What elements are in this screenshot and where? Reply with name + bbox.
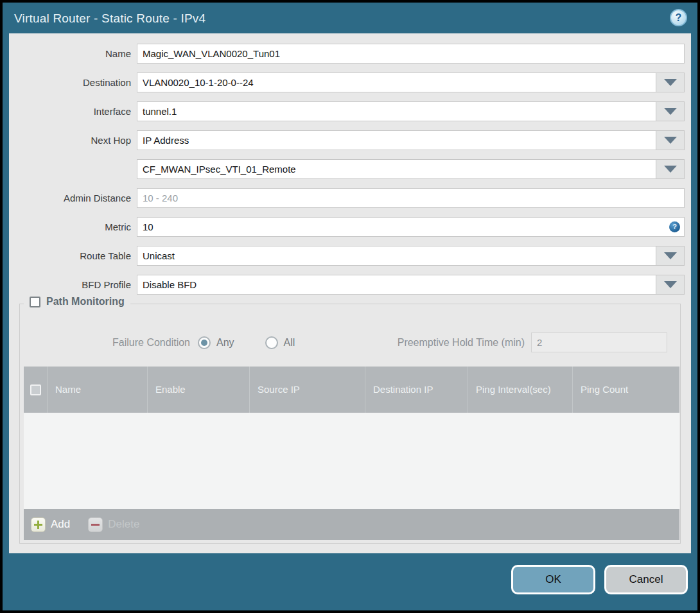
- table-header-row: Name Enable Source IP Destination IP Pin…: [24, 367, 679, 413]
- next-hop-row: Next Hop: [9, 130, 691, 150]
- column-header-ping-interval: Ping Interval(sec): [468, 367, 572, 413]
- name-input[interactable]: [137, 44, 685, 64]
- failure-condition-all-label: All: [284, 337, 295, 349]
- interface-input[interactable]: [137, 101, 656, 121]
- table-toolbar: Add Delete: [24, 509, 679, 540]
- next-hop-type-dropdown-button[interactable]: [656, 130, 685, 150]
- route-table-input[interactable]: [137, 246, 656, 266]
- preemptive-hold-time-label: Preemptive Hold Time (min): [398, 337, 525, 349]
- add-button-label: Add: [51, 518, 70, 531]
- next-hop-type-input[interactable]: [137, 130, 656, 150]
- minus-icon: [88, 517, 103, 532]
- chevron-down-icon: [664, 137, 677, 144]
- path-monitoring-section: Path Monitoring Failure Condition Any Al…: [19, 304, 681, 544]
- column-header-ping-count: Ping Count: [572, 367, 679, 413]
- metric-label: Metric: [9, 221, 137, 232]
- name-label: Name: [9, 48, 137, 59]
- metric-input[interactable]: [137, 217, 685, 237]
- chevron-down-icon: [664, 166, 677, 173]
- interface-dropdown-button[interactable]: [656, 101, 685, 121]
- path-monitoring-title: Path Monitoring: [46, 296, 125, 307]
- next-hop-address-dropdown-button[interactable]: [656, 159, 685, 179]
- preemptive-hold-time-input: [531, 332, 667, 352]
- cancel-button[interactable]: Cancel: [604, 565, 688, 594]
- column-header-enable: Enable: [147, 367, 249, 413]
- bfd-profile-dropdown-button[interactable]: [656, 275, 685, 295]
- admin-distance-input[interactable]: [137, 188, 685, 208]
- add-button[interactable]: Add: [31, 517, 70, 532]
- route-table-row: Route Table: [9, 246, 691, 266]
- destination-dropdown-button[interactable]: [656, 73, 685, 92]
- chevron-down-icon: [664, 108, 677, 115]
- delete-button: Delete: [88, 517, 139, 532]
- name-row: Name: [9, 44, 691, 64]
- destination-input[interactable]: [137, 73, 656, 92]
- next-hop-address-row: [9, 159, 691, 179]
- next-hop-label: Next Hop: [9, 135, 137, 146]
- table-body-empty: [24, 413, 679, 509]
- dialog-title: Virtual Router - Static Route - IPv4: [14, 3, 206, 35]
- failure-condition-any-label: Any: [216, 337, 234, 349]
- ok-button[interactable]: OK: [511, 565, 595, 594]
- select-all-checkbox: [30, 384, 41, 395]
- bfd-profile-label: BFD Profile: [9, 279, 137, 290]
- next-hop-address-input[interactable]: [137, 159, 656, 179]
- column-header-destination-ip: Destination IP: [365, 367, 468, 413]
- failure-condition-all-radio: [265, 336, 278, 349]
- plus-icon: [31, 517, 46, 532]
- interface-label: Interface: [9, 106, 137, 117]
- path-monitoring-legend: Path Monitoring: [24, 296, 130, 307]
- route-table-label: Route Table: [9, 250, 137, 261]
- failure-condition-label: Failure Condition: [20, 337, 198, 349]
- static-route-dialog: Virtual Router - Static Route - IPv4 Nam…: [3, 3, 697, 610]
- admin-distance-row: Admin Distance: [9, 188, 691, 208]
- bfd-profile-row: BFD Profile: [9, 275, 691, 295]
- failure-condition-row: Failure Condition Any All Preemptive Hol…: [20, 332, 680, 352]
- dialog-footer: OK Cancel: [511, 565, 688, 594]
- info-icon: [669, 221, 680, 232]
- bfd-profile-input[interactable]: [137, 275, 656, 295]
- dialog-titlebar: Virtual Router - Static Route - IPv4: [3, 3, 697, 33]
- help-icon[interactable]: [670, 9, 687, 26]
- interface-row: Interface: [9, 101, 691, 121]
- destination-label: Destination: [9, 77, 137, 88]
- route-table-dropdown-button[interactable]: [656, 246, 685, 266]
- path-monitoring-table: Name Enable Source IP Destination IP Pin…: [24, 367, 679, 540]
- chevron-down-icon: [664, 252, 677, 259]
- destination-row: Destination: [9, 73, 691, 92]
- chevron-down-icon: [664, 79, 677, 86]
- metric-row: Metric: [9, 217, 691, 237]
- chevron-down-icon: [664, 281, 677, 288]
- delete-button-label: Delete: [108, 518, 139, 531]
- column-header-source-ip: Source IP: [249, 367, 365, 413]
- admin-distance-label: Admin Distance: [9, 193, 137, 203]
- dialog-body: Name Destination Interface Next Hop: [9, 33, 691, 553]
- column-header-name: Name: [47, 367, 147, 413]
- path-monitoring-checkbox[interactable]: [30, 297, 40, 307]
- failure-condition-any-radio: [198, 336, 211, 349]
